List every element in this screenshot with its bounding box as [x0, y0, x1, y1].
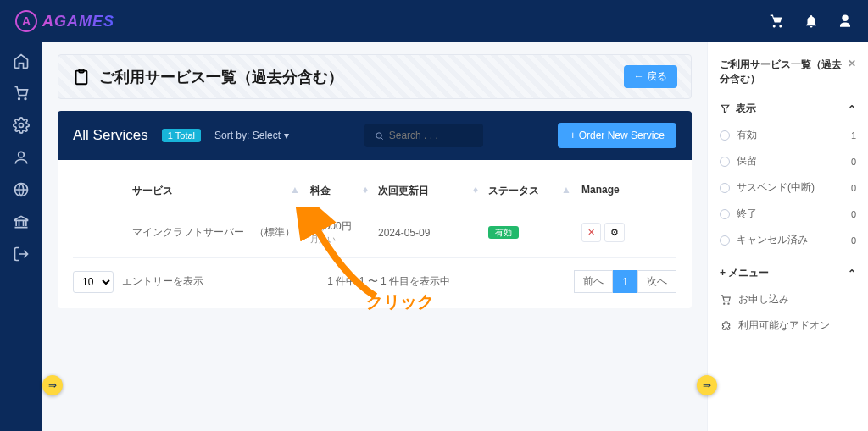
chevron-up-icon: ⌃	[848, 103, 856, 115]
filter-suspended[interactable]: サスペンド(中断)0	[720, 180, 856, 195]
cancel-service-button[interactable]: ✕	[581, 223, 601, 242]
main-content: ご利用サービス一覧（過去分含む） ← 戻る All Services 1 Tot…	[42, 42, 707, 431]
filter-icon	[720, 103, 731, 114]
svg-point-9	[728, 303, 729, 304]
fab-left[interactable]: ⇒	[42, 375, 63, 395]
filter-pending[interactable]: 保留0	[720, 154, 856, 169]
next-page-button[interactable]: 次へ	[637, 270, 676, 293]
order-new-service-button[interactable]: + Order New Service	[558, 123, 676, 148]
sort-by-label: Sort by: Select	[214, 130, 281, 141]
svg-point-1	[25, 98, 26, 100]
table-row[interactable]: マインクラフトサーバー （標準） ¥2,500円 月払い 2024-05-09 …	[73, 207, 676, 258]
table-header: サービス▲ 料金♦ 次回更新日♦ ステータス▲ Manage	[73, 175, 676, 207]
side-nav	[0, 42, 42, 431]
col-service[interactable]: サービス▲	[73, 184, 310, 198]
services-table: サービス▲ 料金♦ 次回更新日♦ ステータス▲ Manage マインクラフトサー…	[58, 160, 692, 308]
settings-service-button[interactable]: ⚙	[604, 223, 625, 242]
bank-icon[interactable]	[13, 213, 30, 230]
services-toolbar: All Services 1 Total Sort by: Select ▾ +…	[58, 111, 692, 160]
user-icon[interactable]	[837, 14, 853, 29]
brand-name: AGAMES	[42, 13, 114, 30]
display-section-header[interactable]: 表示 ⌃	[720, 102, 856, 116]
col-date[interactable]: 次回更新日♦	[378, 184, 488, 198]
col-price[interactable]: 料金♦	[310, 184, 378, 198]
menu-section-header[interactable]: + メニュー ⌃	[720, 266, 856, 280]
toolbar-title: All Services	[73, 127, 148, 144]
svg-point-3	[19, 152, 25, 157]
prev-page-button[interactable]: 前へ	[574, 270, 613, 293]
page-title: ご利用サービス一覧（過去分含む）	[99, 67, 343, 87]
total-badge: 1 Total	[162, 129, 201, 142]
col-manage: Manage	[581, 184, 649, 198]
svg-point-0	[19, 98, 20, 100]
page-header: ご利用サービス一覧（過去分含む） ← 戻る	[58, 54, 692, 99]
bell-icon[interactable]	[804, 14, 819, 29]
cell-date: 2024-05-09	[378, 227, 488, 239]
chevron-up-icon: ⌃	[848, 268, 856, 279]
menu-order[interactable]: お申し込み	[720, 292, 856, 307]
panel-title-row: ご利用サービス一覧（過去分含む） ✕	[720, 58, 856, 86]
globe-icon[interactable]	[13, 181, 30, 198]
search-box[interactable]	[364, 124, 483, 147]
col-status[interactable]: ステータス▲	[488, 184, 581, 198]
panel-close-icon[interactable]: ✕	[848, 58, 856, 69]
svg-point-7	[376, 132, 381, 137]
right-panel: ご利用サービス一覧（過去分含む） ✕ 表示 ⌃ 有効1 保留0 サスペンド(中断…	[707, 42, 868, 431]
entries-label: エントリーを表示	[122, 274, 203, 289]
brand-logo[interactable]: A AGAMES	[15, 10, 114, 32]
menu-addons[interactable]: 利用可能なアドオン	[720, 318, 856, 333]
pagination: 前へ 1 次へ	[574, 270, 676, 293]
cell-manage: ✕ ⚙	[581, 223, 649, 242]
logo-icon: A	[15, 10, 37, 32]
cell-price: ¥2,500円 月払い	[310, 219, 378, 246]
search-input[interactable]	[389, 130, 473, 141]
home-icon[interactable]	[13, 52, 30, 69]
search-icon	[375, 130, 384, 141]
cell-status: 有効	[488, 226, 581, 239]
svg-point-2	[19, 124, 24, 128]
cell-service: マインクラフトサーバー （標準）	[73, 225, 310, 240]
logout-icon[interactable]	[13, 246, 30, 262]
filter-terminated[interactable]: 終了0	[720, 207, 856, 221]
table-info: 1 件中 1 〜 1 件目を表示中	[327, 274, 450, 289]
gears-icon[interactable]	[13, 117, 30, 134]
cart-icon[interactable]	[770, 14, 785, 29]
back-button[interactable]: ← 戻る	[624, 65, 677, 88]
sort-by-dropdown[interactable]: Sort by: Select ▾	[214, 130, 289, 141]
filter-cancelled[interactable]: キャンセル済み0	[720, 233, 856, 247]
panel-title: ご利用サービス一覧（過去分含む）	[720, 58, 848, 86]
cart-nav-icon[interactable]	[13, 85, 30, 102]
page-1-button[interactable]: 1	[613, 270, 637, 293]
puzzle-icon	[720, 320, 732, 332]
filter-active[interactable]: 有効1	[720, 128, 856, 142]
table-footer: 10 エントリーを表示 1 件中 1 〜 1 件目を表示中 前へ 1 次へ	[73, 270, 676, 293]
clipboard-icon	[72, 68, 91, 86]
entries-select[interactable]: 10	[73, 271, 114, 293]
svg-point-8	[724, 303, 725, 304]
person-nav-icon[interactable]	[13, 149, 30, 166]
topbar: A AGAMES	[0, 0, 868, 42]
topbar-actions	[770, 14, 853, 29]
cart-small-icon	[720, 294, 732, 306]
fab-right[interactable]: ⇒	[697, 375, 717, 395]
